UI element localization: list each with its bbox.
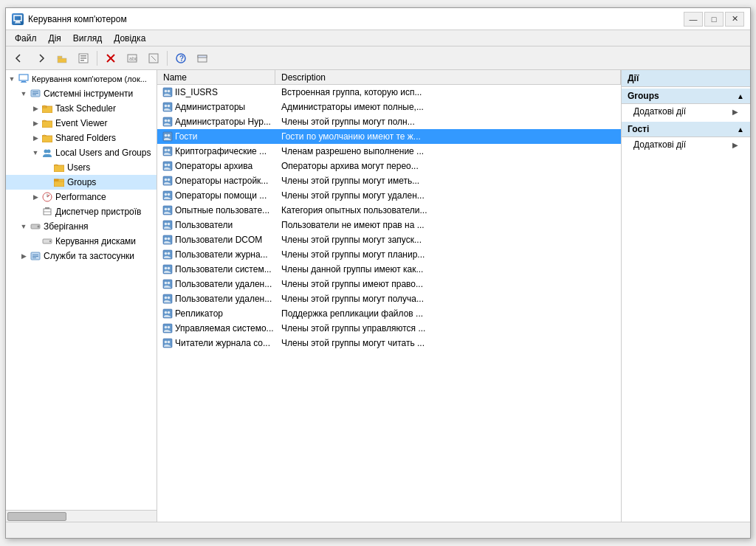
toolbar-refresh[interactable] bbox=[143, 49, 164, 68]
close-button[interactable]: ✕ bbox=[725, 12, 744, 27]
toolbar-delete[interactable] bbox=[100, 49, 121, 68]
svg-point-76 bbox=[168, 208, 171, 211]
toolbar-forward[interactable] bbox=[30, 49, 51, 68]
sidebar-label-system-tools: Системні інструменти bbox=[44, 89, 133, 99]
list-item[interactable]: Операторы настройк...Члены этой группы м… bbox=[157, 173, 621, 188]
row-name: Пользователи bbox=[175, 220, 278, 230]
list-item[interactable]: Опытные пользовате...Категория опытных п… bbox=[157, 203, 621, 218]
minimize-button[interactable]: — bbox=[684, 12, 703, 27]
sidebar-item-task-scheduler[interactable]: ▶ Task Scheduler bbox=[6, 101, 157, 116]
row-desc: Члены этой группы могут запуск... bbox=[278, 235, 621, 245]
row-desc: Категория опытных пользователи... bbox=[278, 205, 621, 215]
expand-event-viewer[interactable]: ▶ bbox=[30, 116, 41, 131]
svg-point-73 bbox=[168, 193, 171, 196]
toolbar-export[interactable] bbox=[192, 49, 213, 68]
action-gosti-more[interactable]: Додаткові дії ▶ bbox=[622, 137, 750, 152]
action-groups-more[interactable]: Додаткові дії ▶ bbox=[622, 104, 750, 119]
svg-point-67 bbox=[168, 164, 171, 167]
sidebar-item-device-manager[interactable]: ▶ Диспетчер пристроїв bbox=[6, 204, 157, 219]
list-item[interactable]: ПользователиПользователи не имеют прав н… bbox=[157, 218, 621, 232]
actions-section-gosti[interactable]: Гості ▲ bbox=[622, 122, 750, 137]
sidebar-item-performance[interactable]: ▶ Performance bbox=[6, 190, 157, 204]
expand-performance[interactable]: ▶ bbox=[30, 190, 41, 204]
list-item[interactable]: Операторы помощи ...Члены этой группы мо… bbox=[157, 188, 621, 203]
sidebar-item-root[interactable]: ▼ Керування комп'ютером (лок... bbox=[6, 72, 157, 86]
sidebar-item-shared-folders[interactable]: ▶ Shared Folders bbox=[6, 131, 157, 145]
list-item[interactable]: РепликаторПоддержка репликации файлов ..… bbox=[157, 306, 621, 321]
expand-root[interactable]: ▼ bbox=[6, 72, 18, 86]
expand-services[interactable]: ▶ bbox=[18, 249, 30, 263]
expand-task-scheduler[interactable]: ▶ bbox=[30, 101, 41, 116]
group-icon bbox=[160, 218, 175, 232]
row-desc: Операторы архива могут перео... bbox=[278, 161, 621, 171]
content-header: Name Description bbox=[157, 70, 621, 85]
action-gosti-more-arrow: ▶ bbox=[732, 141, 738, 149]
svg-point-85 bbox=[168, 252, 171, 255]
svg-point-55 bbox=[168, 105, 171, 108]
row-desc: Члены этой группы могут полн... bbox=[278, 117, 621, 127]
sidebar-label-event-viewer: Event Viewer bbox=[55, 118, 107, 128]
title-bar: Керування комп'ютером — □ ✕ bbox=[6, 8, 750, 30]
expand-local-users[interactable]: ▼ bbox=[30, 145, 41, 160]
list-item[interactable]: Пользователи удален...Члены этой группы … bbox=[157, 291, 621, 306]
sidebar-item-services[interactable]: ▶ Служби та застосунки bbox=[6, 249, 157, 263]
menu-action[interactable]: Дія bbox=[43, 32, 67, 45]
svg-point-97 bbox=[168, 311, 171, 314]
svg-rect-1 bbox=[16, 21, 20, 23]
menu-view[interactable]: Вигляд bbox=[67, 32, 108, 45]
actions-section-groups-label: Groups bbox=[628, 91, 659, 101]
expand-system-tools[interactable]: ▼ bbox=[18, 86, 30, 101]
sidebar-item-groups[interactable]: ▶ Groups bbox=[6, 175, 157, 190]
row-desc: Члены этой группы могут получа... bbox=[278, 294, 621, 304]
row-desc: Гости по умолчанию имеют те ж... bbox=[278, 131, 621, 142]
menu-help[interactable]: Довідка bbox=[108, 32, 151, 45]
toolbar-up[interactable] bbox=[52, 49, 72, 68]
list-item[interactable]: Операторы архиваОператоры архива могут п… bbox=[157, 159, 621, 173]
column-header-description[interactable]: Description bbox=[275, 70, 621, 84]
app-icon bbox=[12, 13, 24, 25]
list-item[interactable]: Криптографические ...Членам разрешено вы… bbox=[157, 144, 621, 159]
sidebar-item-disk-mgmt[interactable]: ▶ Керування дисками bbox=[6, 234, 157, 249]
maximize-button[interactable]: □ bbox=[704, 12, 724, 27]
window-title: Керування комп'ютером bbox=[28, 14, 127, 24]
expand-shared-folders[interactable]: ▶ bbox=[30, 131, 41, 145]
svg-point-69 bbox=[165, 179, 168, 182]
menu-file[interactable]: Файл bbox=[9, 32, 43, 45]
sidebar-item-storage[interactable]: ▼ Зберігання bbox=[6, 219, 157, 234]
sidebar-scrollbar[interactable] bbox=[7, 512, 66, 521]
list-item[interactable]: ГостиГости по умолчанию имеют те ж... bbox=[157, 129, 621, 144]
content-list[interactable]: IIS_IUSRSВстроенная группа, которую исп.… bbox=[157, 85, 621, 522]
list-item[interactable]: Пользователи журна...Члены этой группы м… bbox=[157, 247, 621, 262]
actions-section-groups[interactable]: Groups ▲ bbox=[622, 89, 750, 104]
column-header-name[interactable]: Name bbox=[157, 70, 275, 84]
svg-rect-20 bbox=[21, 81, 26, 82]
toolbar-back[interactable] bbox=[9, 49, 30, 68]
toolbar-rename[interactable]: abc bbox=[122, 49, 142, 68]
group-icon bbox=[160, 100, 175, 114]
svg-rect-28 bbox=[42, 121, 52, 128]
sidebar-item-users[interactable]: ▶ Users bbox=[6, 160, 157, 175]
toolbar-sep-1 bbox=[97, 51, 97, 66]
svg-rect-47 bbox=[32, 255, 38, 255]
menu-bar: Файл Дія Вигляд Довідка bbox=[6, 30, 750, 46]
sidebar-container: ▼ Керування комп'ютером (лок... ▼ bbox=[6, 70, 157, 522]
icon-shared-folders bbox=[41, 132, 53, 144]
sidebar-item-event-viewer[interactable]: ▶ Event Viewer bbox=[6, 116, 157, 131]
list-item[interactable]: IIS_IUSRSВстроенная группа, которую исп.… bbox=[157, 85, 621, 100]
list-item[interactable]: Пользователи удален...Члены этой группы … bbox=[157, 277, 621, 291]
sidebar-item-system-tools[interactable]: ▼ Системні інструменти bbox=[6, 86, 157, 101]
toolbar-properties[interactable] bbox=[73, 49, 94, 68]
row-name: Гости bbox=[175, 131, 278, 142]
list-item[interactable]: АдминистраторыАдминистраторы имеют полны… bbox=[157, 100, 621, 114]
list-item[interactable]: Пользователи систем...Члены данной групп… bbox=[157, 262, 621, 277]
list-item[interactable]: Читатели журнала со...Члены этой группы … bbox=[157, 336, 621, 350]
sidebar-item-local-users[interactable]: ▼ Local Users and Groups bbox=[6, 145, 157, 160]
svg-text:?: ? bbox=[179, 55, 184, 63]
toolbar-help[interactable]: ? bbox=[171, 49, 191, 68]
actions-panel: Дії Groups ▲ Додаткові дії ▶ Гості ▲ Дод… bbox=[621, 70, 750, 522]
row-name: Читатели журнала со... bbox=[175, 338, 278, 348]
expand-storage[interactable]: ▼ bbox=[18, 219, 30, 234]
list-item[interactable]: Администраторы Hyp...Члены этой группы м… bbox=[157, 114, 621, 129]
list-item[interactable]: Управляемая системо...Члены этой группы … bbox=[157, 321, 621, 336]
list-item[interactable]: Пользователи DCOMЧлены этой группы могут… bbox=[157, 232, 621, 247]
